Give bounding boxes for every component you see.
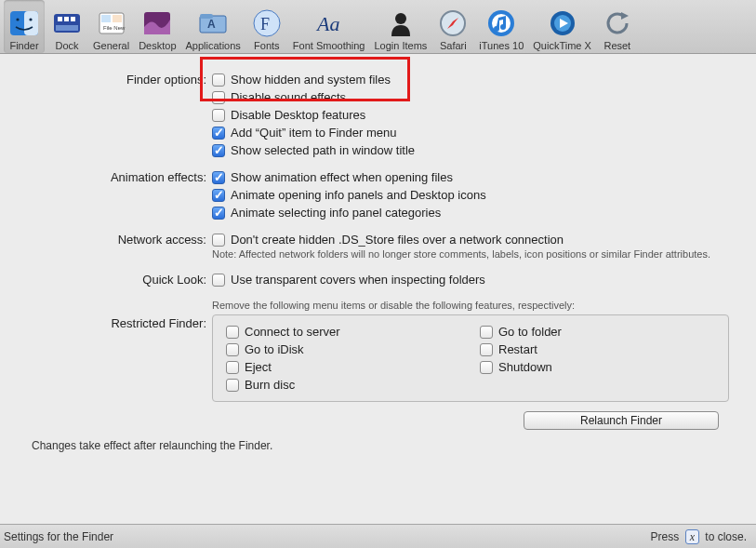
restricted-left-item-3[interactable]: Burn disc — [226, 378, 461, 392]
desktop-icon — [141, 7, 173, 39]
tb-applications[interactable]: A Applications — [182, 0, 245, 53]
tb-desktop[interactable]: Desktop — [135, 0, 179, 53]
footer-left: Settings for the Finder — [4, 530, 113, 543]
tb-label: Fonts — [254, 40, 280, 51]
restricted-right-label-0: Go to folder — [498, 325, 562, 339]
anim-opt-checkbox-0[interactable] — [212, 171, 225, 184]
relaunch-finder-button[interactable]: Relaunch Finder — [524, 411, 719, 430]
svg-text:A: A — [207, 18, 216, 31]
close-key[interactable]: x — [685, 529, 699, 544]
anim-opt-checkbox-2[interactable] — [212, 207, 225, 220]
net-opt-item-0[interactable]: Don't create hidden .DS_Store files over… — [212, 233, 741, 247]
restricted-left-checkbox-0[interactable] — [226, 326, 239, 339]
svg-text:Aa: Aa — [315, 12, 339, 35]
row-restricted: Restricted Finder: Remove the following … — [15, 300, 741, 402]
finder-opt-item-2[interactable]: Disable Desktop features — [212, 108, 741, 122]
tb-itunes10[interactable]: iTunes 10 — [475, 0, 527, 53]
footer-right: Press x to close. — [651, 529, 747, 544]
net-opt-checkbox-0[interactable] — [212, 234, 225, 247]
finder-opt-checkbox-1[interactable] — [212, 91, 225, 104]
net-opt-label-0: Don't create hidden .DS_Store files over… — [231, 233, 564, 247]
restricted-right-item-1[interactable]: Restart — [480, 342, 715, 356]
font-smoothing-icon: Aa — [313, 7, 345, 39]
finder-opt-checkbox-3[interactable] — [212, 127, 225, 140]
finder-opt-label-1: Disable sound effects — [231, 90, 346, 104]
restricted-left-item-0[interactable]: Connect to server — [226, 325, 461, 339]
restricted-left-label-0: Connect to server — [245, 325, 340, 339]
anim-opt-item-0[interactable]: Show animation effect when opening files — [212, 170, 741, 184]
finder-opt-checkbox-4[interactable] — [212, 144, 225, 157]
tb-reset[interactable]: Reset — [597, 0, 638, 53]
tb-label: Dock — [55, 40, 78, 51]
restricted-right-checkbox-1[interactable] — [480, 343, 493, 356]
finder-opt-item-1[interactable]: Disable sound effects — [212, 90, 741, 104]
anim-opt-item-1[interactable]: Animate opening info panels and Desktop … — [212, 188, 741, 202]
restricted-left-label-2: Eject — [245, 360, 272, 374]
svg-rect-10 — [101, 15, 111, 22]
login-items-icon — [385, 7, 417, 39]
svg-point-2 — [16, 18, 19, 20]
tb-font-smoothing[interactable]: Aa Font Smoothing — [289, 0, 369, 53]
anim-opt-item-2[interactable]: Animate selecting info panel categories — [212, 206, 741, 220]
safari-icon — [437, 7, 469, 39]
itunes-icon — [485, 7, 517, 39]
row-quicklook: Quick Look: Use transparent covers when … — [15, 273, 741, 287]
fonts-icon: F — [251, 7, 283, 39]
restricted-right-item-0[interactable]: Go to folder — [480, 325, 715, 339]
tb-label: Safari — [440, 40, 467, 51]
label-quicklook: Quick Look: — [15, 273, 212, 287]
restricted-left-checkbox-2[interactable] — [226, 361, 239, 374]
label-finder-options: Finder options: — [15, 73, 212, 87]
svg-text:File New: File New — [103, 25, 126, 31]
svg-marker-29 — [621, 12, 629, 20]
finder-opt-label-2: Disable Desktop features — [231, 108, 365, 122]
network-note: Note: Affected network folders will no l… — [212, 248, 714, 260]
tb-label: QuickTime X — [533, 40, 591, 51]
toolbar: Finder Dock File New General Desktop A A… — [0, 0, 756, 54]
applications-icon: A — [197, 7, 229, 39]
restricted-right-checkbox-0[interactable] — [480, 326, 493, 339]
tb-label: Applications — [186, 40, 241, 51]
svg-rect-1 — [24, 11, 38, 35]
ql-opt-item-0[interactable]: Use transparent covers when inspecting f… — [212, 273, 741, 287]
tb-label: General — [93, 40, 129, 51]
finder-opt-checkbox-0[interactable] — [212, 74, 225, 87]
finder-opt-item-4[interactable]: Show selected path in window title — [212, 143, 741, 157]
tb-finder[interactable]: Finder — [4, 0, 45, 53]
row-animation: Animation effects: Show animation effect… — [15, 170, 741, 220]
general-icon: File New — [96, 7, 127, 39]
tb-safari[interactable]: Safari — [432, 0, 473, 53]
anim-opt-label-0: Show animation effect when opening files — [231, 170, 453, 184]
restricted-left-item-1[interactable]: Go to iDisk — [226, 342, 461, 356]
svg-point-20 — [395, 13, 406, 24]
restricted-left-label-1: Go to iDisk — [245, 342, 304, 356]
restricted-right-label-1: Restart — [498, 342, 537, 356]
tb-fonts[interactable]: F Fonts — [246, 0, 287, 53]
finder-opt-label-0: Show hidden and system files — [231, 73, 391, 87]
restricted-right-checkbox-2[interactable] — [480, 361, 493, 374]
restricted-left-checkbox-3[interactable] — [226, 379, 239, 392]
restricted-left-item-2[interactable]: Eject — [226, 360, 461, 374]
finder-opt-item-0[interactable]: Show hidden and system files — [212, 73, 741, 87]
tb-label: iTunes 10 — [479, 40, 524, 51]
restricted-left-label-3: Burn disc — [245, 378, 295, 392]
finder-opt-item-3[interactable]: Add “Quit” item to Finder menu — [212, 126, 741, 140]
svg-rect-11 — [113, 15, 122, 22]
reset-icon — [602, 7, 633, 39]
quicktime-icon — [547, 7, 578, 39]
finder-opt-checkbox-2[interactable] — [212, 109, 225, 122]
tb-general[interactable]: File New General — [89, 0, 133, 53]
row-finder-options: Finder options: Show hidden and system f… — [15, 73, 741, 157]
restricted-subhead: Remove the following menu items or disab… — [212, 300, 741, 311]
tb-label: Login Items — [374, 40, 427, 51]
anim-opt-checkbox-1[interactable] — [212, 189, 225, 202]
tb-dock[interactable]: Dock — [46, 0, 87, 53]
tb-quicktimex[interactable]: QuickTime X — [529, 0, 595, 53]
restricted-left-checkbox-1[interactable] — [226, 343, 239, 356]
tb-login-items[interactable]: Login Items — [370, 0, 431, 53]
finder-opt-label-4: Show selected path in window title — [231, 143, 415, 157]
restricted-groupbox: Connect to serverGo to iDiskEjectBurn di… — [212, 314, 729, 402]
ql-opt-checkbox-0[interactable] — [212, 274, 225, 287]
svg-text:F: F — [260, 15, 270, 33]
restricted-right-item-2[interactable]: Shutdown — [480, 360, 715, 374]
